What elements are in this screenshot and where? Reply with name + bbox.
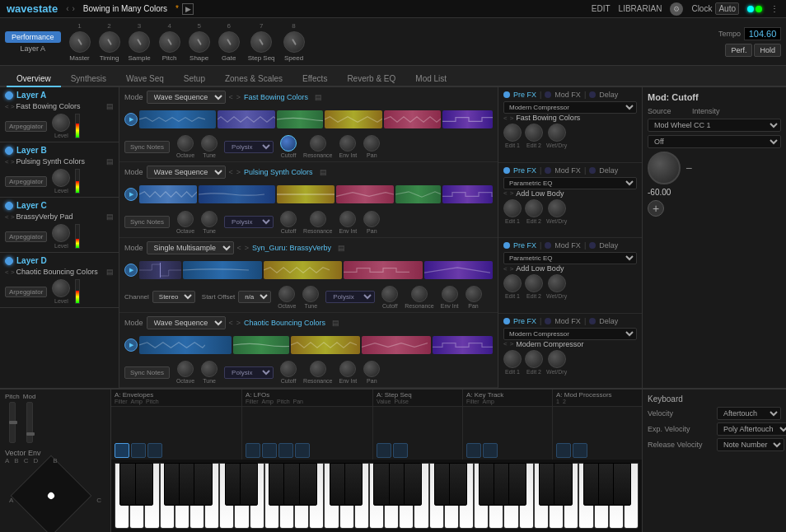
layer-c-delay-power[interactable] <box>589 242 596 249</box>
layer-a-chevron-right[interactable]: > <box>236 93 241 101</box>
mod-slider[interactable] <box>26 402 33 443</box>
layer-a-env-int-knob[interactable] <box>339 135 356 152</box>
layer-a-wave-5[interactable] <box>384 110 442 128</box>
settings-icon[interactable]: ⚙ <box>670 2 683 16</box>
layer-c-fx-prev[interactable]: < <box>503 265 508 273</box>
layer-d-level-knob[interactable] <box>52 279 70 297</box>
performance-button[interactable]: Performance <box>5 31 61 43</box>
layer-b-edit2-knob[interactable] <box>525 199 543 217</box>
layer-d-prefx-power[interactable] <box>503 318 510 324</box>
bb-step-2-line[interactable] <box>393 443 408 458</box>
bh-step-pulse[interactable]: Pulse <box>394 399 409 404</box>
layer-d-wetdry-knob[interactable] <box>548 350 566 368</box>
layer-d-edit2-knob[interactable] <box>525 350 543 368</box>
layer-a-preset-icon[interactable]: ▤ <box>106 102 114 110</box>
tab-mod-list[interactable]: Mod List <box>405 72 456 87</box>
bb-key-1-line[interactable] <box>466 443 481 458</box>
bb-lfo-3-line[interactable] <box>278 443 293 458</box>
layer-b-chevron-right[interactable]: > <box>236 168 241 176</box>
keyboard-exp-select[interactable]: Poly Aftertouch <box>717 422 786 436</box>
layer-b-wave-4[interactable] <box>336 185 394 203</box>
tab-zones-scales[interactable]: Zones & Scales <box>215 72 292 87</box>
layer-d-wave-icon[interactable]: ▤ <box>332 319 339 327</box>
black-key-2-4[interactable] <box>404 463 422 506</box>
layer-c-delay-label[interactable]: Delay <box>599 241 618 250</box>
layer-d-wave-3[interactable] <box>291 336 360 354</box>
layer-b-modfx-label[interactable]: Mod FX <box>554 166 581 175</box>
layer-c-play[interactable]: ▶ <box>124 264 138 277</box>
layer-d-pan-knob[interactable] <box>363 361 380 377</box>
layer-a-arp[interactable]: Arpeggiator <box>5 121 47 132</box>
tab-synthesis[interactable]: Synthesis <box>61 72 116 87</box>
layer-a-fx-next[interactable]: > <box>510 114 514 122</box>
pitch-slider[interactable] <box>9 402 16 443</box>
tab-overview[interactable]: Overview <box>7 72 61 87</box>
layer-d-delay-label[interactable]: Delay <box>599 317 618 325</box>
black-key-3-1[interactable] <box>449 463 467 506</box>
layer-b-level-knob[interactable] <box>52 169 70 187</box>
save-icon[interactable]: ▶ <box>182 3 194 15</box>
bh-lfo-pan[interactable]: Pan <box>293 399 303 404</box>
layer-c-prev[interactable]: < > <box>5 213 15 221</box>
layer-d-mode-select[interactable]: Wave Sequence <box>147 316 226 329</box>
gate-knob[interactable] <box>218 31 240 53</box>
layer-a-wave-3[interactable] <box>277 110 323 128</box>
layer-a-edit2-knob[interactable] <box>525 124 543 142</box>
bb-env-1-line[interactable] <box>115 443 129 458</box>
bb-key-2-line[interactable] <box>483 443 498 458</box>
mod-intensity-minus[interactable]: − <box>685 161 692 175</box>
layer-b-resonance-knob[interactable] <box>310 211 326 227</box>
layer-d-sync-notes[interactable]: Sync Notes <box>124 366 170 379</box>
layer-d-preset-icon[interactable]: ▤ <box>106 268 114 276</box>
layer-d-wave-2[interactable] <box>233 336 288 354</box>
layer-a-sync-notes[interactable]: Sync Notes <box>124 141 170 153</box>
layer-c-modfx-label[interactable]: Mod FX <box>554 241 581 250</box>
black-key-0-4[interactable] <box>194 463 212 506</box>
layer-a-delay-label[interactable]: Delay <box>599 91 618 99</box>
layer-a-wave-1[interactable] <box>139 110 216 128</box>
layer-b-env-int-knob[interactable] <box>339 211 356 227</box>
layer-a-wetdry-knob[interactable] <box>548 124 566 142</box>
layer-a-modfx-label[interactable]: Mod FX <box>554 91 581 99</box>
bb-mod-2-line[interactable] <box>573 443 587 458</box>
layer-c-octave-knob[interactable] <box>278 286 295 302</box>
layer-b-wave-3[interactable] <box>277 185 335 203</box>
bb-lfo-1-line[interactable] <box>246 443 260 458</box>
layer-b-play[interactable]: ▶ <box>124 188 138 201</box>
vec-label-d[interactable]: D <box>33 457 38 464</box>
layer-d-chevron-left[interactable]: < <box>229 319 233 327</box>
layer-d-env-int-knob[interactable] <box>339 361 356 377</box>
layer-b-polysix-select[interactable]: Polysix <box>224 216 274 228</box>
layer-a-mode-select[interactable]: Wave Sequence <box>147 91 226 104</box>
layer-a-tune-knob[interactable] <box>201 135 218 152</box>
layer-b-cutoff-knob[interactable] <box>280 211 297 227</box>
layer-c-preset-icon[interactable]: ▤ <box>106 212 114 221</box>
layer-b-prev[interactable]: < > <box>5 158 15 166</box>
timing-knob[interactable] <box>99 31 120 53</box>
tab-reverb-eq[interactable]: Reverb & EQ <box>337 72 405 87</box>
layer-c-tune-knob[interactable] <box>302 286 319 302</box>
layer-a-octave-knob[interactable] <box>177 135 194 152</box>
layer-a-cutoff-knob[interactable] <box>280 135 297 152</box>
layer-d-chevron-right[interactable]: > <box>236 319 241 327</box>
mod-source2-select[interactable]: Off <box>648 135 781 148</box>
layer-b-power[interactable] <box>5 147 13 155</box>
vec-dot[interactable] <box>46 491 55 500</box>
layer-b-arp[interactable]: Arpeggiator <box>5 176 47 187</box>
layer-a-fx-prev[interactable]: < <box>503 114 508 122</box>
layer-d-prev[interactable]: < > <box>5 268 15 276</box>
sample-knob[interactable] <box>129 31 150 53</box>
layer-b-edit1-knob[interactable] <box>503 199 522 217</box>
tab-setup[interactable]: Setup <box>174 72 215 87</box>
edit-button[interactable]: EDIT <box>592 4 611 13</box>
layer-d-modfx-power[interactable] <box>545 318 551 324</box>
layer-c-wave-3[interactable] <box>264 261 343 279</box>
layer-c-edit2-knob[interactable] <box>525 274 543 292</box>
bh-env-pitch[interactable]: Pitch <box>146 399 159 404</box>
vec-label-b[interactable]: B <box>14 457 18 464</box>
layer-a-fx-type-select[interactable]: Modern Compressor <box>503 101 637 114</box>
nav-left-arrow[interactable]: ‹ <box>66 4 68 13</box>
hold-button[interactable]: Hold <box>754 44 781 57</box>
layer-c-chevron-right[interactable]: > <box>245 244 249 252</box>
layer-c-wave-5[interactable] <box>424 261 493 279</box>
